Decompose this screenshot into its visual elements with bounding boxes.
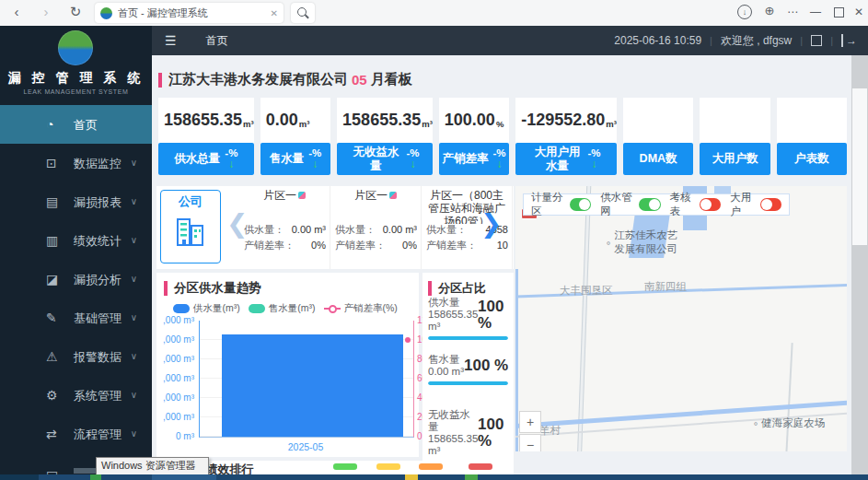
kpi-value (700, 98, 770, 143)
sidebar-item-system-management[interactable]: ⚙ 系统管理 ∨ (0, 376, 152, 415)
sidebar-item-basic-management[interactable]: ✎ 基础管理 ∨ (0, 299, 152, 337)
browser-tab[interactable]: 首页 - 漏控管理系统 ✕ (95, 3, 284, 23)
building-icon (174, 212, 207, 249)
supply-value: 0.00 m³ (292, 222, 326, 238)
kpi-button-non-revenue[interactable]: 无收益水量 -%↓ (337, 143, 433, 175)
company-label: 公司 (161, 193, 220, 210)
kpi-button-meter-count[interactable]: 户表数 (777, 143, 847, 175)
legend-swatch-sold (249, 304, 265, 313)
toggle-supply-network[interactable] (639, 198, 660, 211)
header-datetime: 2025-06-16 10:59 (614, 34, 701, 47)
dashboard-icon: ◔ (46, 117, 53, 132)
sidebar-item-alarm-data[interactable]: ⚠ 报警数据 ∨ (0, 337, 152, 376)
sidebar-item-label: 流程管理 (74, 427, 122, 443)
supply-label: 供水量： (335, 222, 376, 238)
toggle-assessment-table[interactable] (700, 198, 721, 211)
company-card[interactable]: 公司 (160, 190, 221, 263)
down-arrow-icon: ↓ (410, 158, 415, 170)
minimize-icon[interactable]: — (807, 6, 824, 18)
carousel-next-icon[interactable]: ❯ (480, 208, 502, 239)
board-month: 05 (352, 72, 367, 88)
down-arrow-icon: ↓ (592, 158, 597, 170)
sidebar-item-label: 基础管理 (74, 310, 122, 327)
kpi-button-nrw-rate[interactable]: 产销差率 -%↓ (439, 143, 509, 175)
zone-panels: 片区一 供水量：0.00 m³ 产销差率：0% 片区一 供水量：0.00 m³ … (239, 186, 514, 269)
taskbar-app-button[interactable] (152, 474, 216, 480)
breadcrumb-home-tab[interactable]: 首页 (206, 33, 228, 49)
share-value: 0.00 m³ (428, 366, 464, 378)
kpi-button-sold-water[interactable]: 售水量 -%↓ (260, 143, 330, 175)
map[interactable]: 计量分区 供水管网 考核表 大用户 ∘ 江苏佳禾农艺发展有限公司 大丰围垦区 南… (515, 186, 847, 451)
app-logo (58, 30, 93, 65)
toggle-large-user[interactable] (760, 198, 781, 211)
share-label: 无收益水量 (428, 409, 478, 433)
share-progress-fill (428, 381, 508, 385)
kpi-card-sold-water: 0.00m³ 售水量 -%↓ (260, 98, 330, 175)
zone-badge-icon (298, 192, 306, 199)
analysis-icon: ◪ (46, 272, 58, 287)
zone-panel-2[interactable]: 片区一 供水量：0.00 m³ 产销差率：0% (330, 186, 422, 269)
taskbar-app-icon[interactable] (465, 474, 478, 480)
download-icon[interactable]: ↓ (737, 5, 752, 19)
kpi-value: -129552.80m³ (515, 98, 617, 143)
ranking-status-pill-yellow (376, 463, 400, 470)
fullscreen-icon[interactable] (811, 35, 822, 46)
map-zoom-out-button[interactable]: − (519, 434, 541, 451)
map-road (576, 186, 591, 451)
chevron-down-icon: ∨ (131, 235, 137, 245)
kpi-value: 158655.35m³ (158, 98, 254, 143)
board-company: 江苏大丰港水务发展有限公司 (168, 71, 348, 88)
sidebar-item-label: 系统管理 (74, 388, 122, 404)
collapse-sidebar-icon[interactable]: ☰ (165, 33, 177, 48)
browser-reload-icon[interactable]: ↻ (66, 4, 85, 20)
page-scrollbar[interactable] (851, 55, 868, 474)
share-progress (428, 336, 508, 340)
kpi-button-total-supply[interactable]: 供水总量 -%↓ (158, 143, 254, 175)
restore-window-icon[interactable] (834, 7, 844, 18)
taskbar-start-sliver[interactable] (0, 474, 39, 480)
globe-icon[interactable]: ⊕ (761, 4, 778, 18)
map-zoom-in-button[interactable]: + (519, 411, 541, 433)
sidebar-item-leak-analysis[interactable]: ◪ 漏损分析 ∨ (0, 260, 152, 299)
toggle-metering-partition[interactable] (570, 198, 591, 211)
toggle-label-supply-network: 供水管网 (600, 191, 635, 218)
app-subtitle: LEAK MANAGEMENT SYSTEM (0, 88, 152, 95)
map-road (784, 343, 793, 451)
kpi-button-large-user-usage[interactable]: 大用户用水量 -%↓ (515, 143, 617, 175)
browser-menu-icon[interactable]: ⋯ (784, 6, 801, 18)
tab-close-icon[interactable]: ✕ (271, 8, 278, 18)
taskbar-app-icon[interactable] (90, 474, 101, 480)
dma-ranking-section: DMA绩效排行 (156, 461, 514, 474)
sidebar-item-process-management[interactable]: ⇄ 流程管理 ∨ (0, 415, 152, 453)
taskbar-app-icon[interactable] (405, 474, 418, 480)
sidebar-item-leak-report[interactable]: ▤ 漏损报表 ∨ (0, 182, 152, 221)
sidebar-item-performance-stats[interactable]: ▥ 绩效统计 ∨ (0, 221, 152, 260)
app-header: ☰ 首页 2025-06-16 10:59 | 欢迎您 , dfgsw | | … (152, 26, 868, 55)
kpi-row: 158655.35m³ 供水总量 -%↓ 0.00m³ 售水量 -%↓ 1586… (158, 98, 847, 175)
zone-share-panel: 分区占比 供水量158655.35 m³ 100 % 售水量0.00 m³ 10… (422, 273, 514, 462)
share-label: 供水量 (428, 297, 478, 309)
toggle-label-large-user: 大用户 (730, 191, 757, 218)
new-tab-search-button[interactable] (291, 3, 315, 23)
zone-panel-1[interactable]: 片区一 供水量：0.00 m³ 产销差率：0% (239, 186, 330, 269)
sidebar-item-data-monitor[interactable]: ⊡ 数据监控 ∨ (0, 144, 152, 182)
kpi-button-dma-count[interactable]: DMA数 (623, 143, 693, 175)
sidebar-item-label: 漏损报表 (74, 194, 122, 211)
share-label: 售水量 (428, 354, 464, 366)
sidebar-item-home[interactable]: ◔ 首页 (0, 105, 152, 144)
browser-back-icon[interactable]: ‹ (7, 4, 26, 19)
scrollbar-thumb[interactable] (852, 88, 867, 245)
logout-icon[interactable]: → (841, 34, 857, 47)
tab-title: 首页 - 漏控管理系统 (118, 6, 267, 20)
windows-taskbar[interactable] (0, 474, 868, 480)
browser-forward-icon[interactable]: › (37, 4, 55, 19)
close-window-icon[interactable]: ✕ (851, 6, 867, 18)
sidebar-item-label: 绩效统计 (74, 233, 122, 250)
kpi-button-large-user-count[interactable]: 大用户数 (700, 143, 770, 175)
down-arrow-icon: ↓ (497, 158, 503, 170)
legend-swatch-supply (173, 304, 190, 313)
share-progress (428, 381, 508, 385)
carousel-prev-icon[interactable]: ❮ (226, 208, 248, 239)
y-axis-tick: ,000 m³ (156, 316, 194, 325)
supply-value: 0.00 m³ (383, 222, 417, 238)
